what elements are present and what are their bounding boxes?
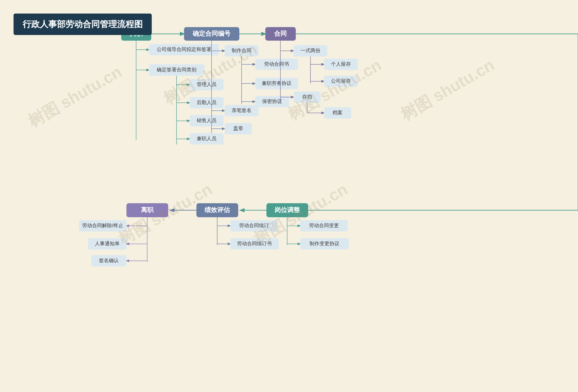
page-title: 行政人事部劳动合同管理流程图 <box>13 13 152 35</box>
leaf-gongsi-label: 公司留存 <box>331 78 351 84</box>
gangwei-label: 岗位调整 <box>275 206 300 213</box>
hetong-label: 合同 <box>274 30 287 37</box>
leaf-zhizuohetong-label: 制作合同 <box>232 48 251 53</box>
diagram-svg: 入职 确定合同编号 合同 公司领导合同拟定和签署 确定签署合同类别 管理人员 后… <box>0 0 578 392</box>
leaf-biangeng-label: 劳动合同变更 <box>309 223 339 228</box>
leaf-baomi-label: 保密协议 <box>262 98 282 104</box>
leaf-gaizhang-label: 盖章 <box>233 126 243 131</box>
leaf-jianzhi-label: 兼职人员 <box>197 136 217 141</box>
leaf-dangan-label: 档案 <box>332 110 342 115</box>
leaf-jianzhi2-label: 兼职劳务协议 <box>262 80 291 86</box>
leaf-qianming-label: 签名确认 <box>99 258 119 263</box>
leaf-quedingqianshu-label: 确定签署合同类别 <box>156 67 196 72</box>
lizhi-label: 离职 <box>141 206 154 213</box>
leaf-renshitonzhi-label: 人事通知单 <box>95 241 120 246</box>
leaf-qinbi-label: 亲笔签名 <box>232 107 251 113</box>
leaf-yishi-label: 一式两份 <box>300 48 320 53</box>
leaf-jiechu-label: 劳动合同解除/终止 <box>82 223 123 228</box>
leaf-cundang-label: 存挡 <box>302 94 312 99</box>
jixiao-label: 绩效评估 <box>204 206 230 213</box>
leaf-geren-label: 个人留存 <box>331 61 351 67</box>
leaf-xiaoshou-label: 销售人员 <box>196 118 217 123</box>
leaf-laodong1-label: 劳动合同书 <box>264 61 289 67</box>
leaf-xuding-label: 劳动合同续订 <box>239 223 269 228</box>
leaf-houqin-label: 后勤人员 <box>197 99 217 105</box>
leaf-gongsiling-label: 公司领导合同拟定和签署 <box>157 47 211 52</box>
leaf-guanli-label: 管理人员 <box>197 82 217 87</box>
leaf-xudingshu-label: 劳动合同续订书 <box>237 241 272 246</box>
leaf-zhizuobiangeng-label: 制作变更协议 <box>310 241 339 246</box>
quedinghetongbianhao-label: 确定合同编号 <box>192 30 231 37</box>
